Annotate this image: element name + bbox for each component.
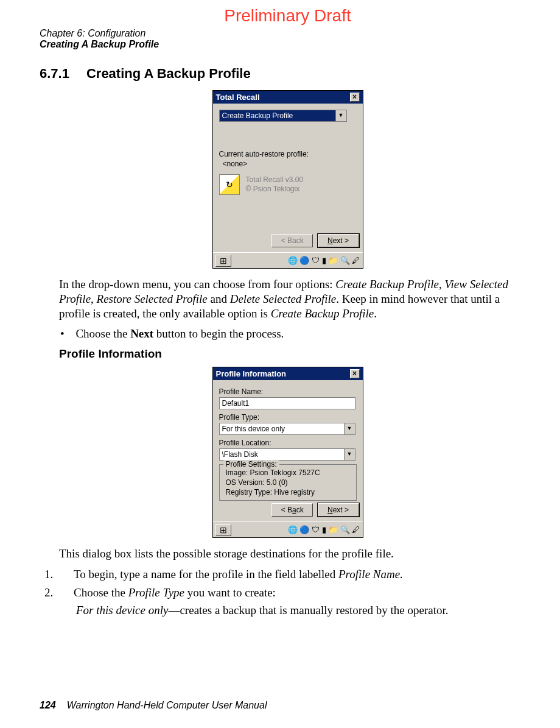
profile-information-heading: Profile Information	[59, 347, 516, 361]
profile-name-label: Profile Name:	[219, 387, 357, 396]
system-tray: 🌐 🔵 🛡 ▮ 📁 🔍 🖊	[288, 525, 360, 534]
profile-name-field[interactable]	[220, 398, 355, 409]
l1-i: Profile Name.	[338, 568, 403, 581]
about-text: Total Recall v3.00 © Psion Teklogix	[246, 175, 304, 194]
profile-information-dialog: Profile Information × Profile Name: Prof…	[212, 367, 363, 538]
chevron-down-icon[interactable]: ▼	[335, 110, 346, 121]
profile-type-value[interactable]	[220, 423, 344, 434]
close-icon[interactable]: ×	[350, 369, 360, 378]
settings-os: OS Version: 5.0 (0)	[226, 478, 352, 487]
p1-text-a: In the drop-down menu, you can choose fr…	[59, 278, 335, 291]
system-tray: 🌐 🔵 🛡 ▮ 📁 🔍 🖊	[288, 256, 360, 265]
l2-i: Profile Type	[128, 586, 184, 599]
preliminary-draft-header: Preliminary Draft	[40, 6, 536, 26]
dialog-titlebar: Profile Information ×	[213, 367, 363, 380]
l2-b: you want to create:	[184, 586, 276, 599]
about-line-2: © Psion Teklogix	[246, 185, 304, 194]
taskbar: ⊞ 🌐 🔵 🛡 ▮ 📁 🔍 🖊	[213, 252, 363, 268]
chapter-subtitle: Creating A Backup Profile	[40, 39, 536, 50]
about-line-1: Total Recall v3.00	[246, 175, 304, 185]
back-button: < Back	[271, 234, 313, 247]
p1-opt-a: Create Backup Profile	[335, 278, 439, 291]
auto-restore-label: Current auto-restore profile:	[219, 150, 357, 158]
app-icon: ↻	[219, 174, 240, 195]
close-icon[interactable]: ×	[350, 93, 360, 102]
paragraph-1: In the drop-down menu, you can choose fr…	[59, 277, 516, 320]
next-label-rest: ext >	[333, 236, 349, 245]
list-number-2: 2.	[60, 585, 74, 601]
p1-opt-d: Delete Selected Profile	[230, 292, 336, 305]
page-footer: 124Warrington Hand-Held Computer User Ma…	[40, 700, 267, 711]
next-button[interactable]: Next >	[318, 503, 359, 517]
profile-type-dropdown[interactable]: ▼	[219, 423, 355, 435]
paragraph-2: This dialog box lists the possible stora…	[59, 546, 516, 561]
chapter-line: Chapter 6: Configuration	[40, 28, 536, 39]
l1-a: To begin, type a name for the profile in…	[74, 568, 338, 581]
profile-settings-label: Profile Settings:	[223, 460, 279, 468]
list-item-2: 2.Choose the Profile Type you want to cr…	[76, 585, 516, 601]
profile-type-label: Profile Type:	[219, 413, 357, 422]
next-button[interactable]: Next >	[318, 234, 359, 247]
l2-a: Choose the	[74, 586, 128, 599]
footer-title: Warrington Hand-Held Computer User Manua…	[67, 700, 267, 710]
list-item-1: 1.To begin, type a name for the profile …	[76, 567, 516, 582]
settings-registry: Registry Type: Hive registry	[226, 488, 352, 497]
p1-comma-2: ,	[91, 292, 97, 305]
bullet-1: Choose the Next button to begin the proc…	[74, 327, 516, 341]
dialog-title: Total Recall	[216, 93, 260, 102]
profile-settings-group: Profile Settings: Image: Psion Teklogix …	[219, 464, 357, 501]
p1-text-c: .	[374, 307, 377, 320]
chevron-down-icon[interactable]: ▼	[344, 449, 355, 460]
dialog-title: Profile Information	[216, 369, 287, 378]
b1-bold: Next	[130, 327, 153, 340]
section-number: 6.7.1	[40, 66, 69, 82]
chevron-down-icon[interactable]: ▼	[344, 423, 355, 434]
b1-a: Choose the	[75, 327, 130, 340]
taskbar: ⊞ 🌐 🔵 🛡 ▮ 📁 🔍 🖊	[213, 521, 363, 537]
start-icon[interactable]: ⊞	[215, 524, 231, 536]
p1-opt-c: Restore Selected Profile	[97, 292, 208, 305]
auto-restore-value: <none>	[223, 160, 357, 168]
start-icon[interactable]: ⊞	[215, 255, 231, 267]
action-dropdown-value[interactable]	[220, 110, 335, 121]
list-number-1: 1.	[60, 567, 74, 582]
profile-name-input[interactable]	[219, 397, 355, 409]
page-number: 124	[40, 700, 56, 710]
profile-location-value[interactable]	[220, 449, 344, 460]
section-heading: 6.7.1Creating A Backup Profile	[40, 66, 536, 82]
p1-and: and	[208, 292, 230, 305]
p1-comma-1: ,	[439, 278, 445, 291]
list-item-2-note: For this device only—creates a backup th…	[76, 603, 516, 618]
settings-image: Image: Psion Teklogix 7527C	[226, 468, 352, 477]
section-title: Creating A Backup Profile	[86, 66, 251, 81]
p1-opt-a2: Create Backup Profile	[271, 307, 374, 320]
l3-b: —creates a backup that is manually resto…	[168, 604, 448, 617]
dialog-titlebar: Total Recall ×	[213, 91, 363, 104]
back-button[interactable]: < Back	[271, 503, 313, 517]
l3-i: For this device only	[76, 604, 168, 617]
profile-location-label: Profile Location:	[219, 439, 357, 447]
b1-b: button to begin the process.	[153, 327, 284, 340]
profile-location-dropdown[interactable]: ▼	[219, 448, 355, 461]
action-dropdown[interactable]: ▼	[219, 110, 347, 122]
total-recall-dialog: Total Recall × ▼ Current auto-restore pr…	[212, 90, 363, 269]
